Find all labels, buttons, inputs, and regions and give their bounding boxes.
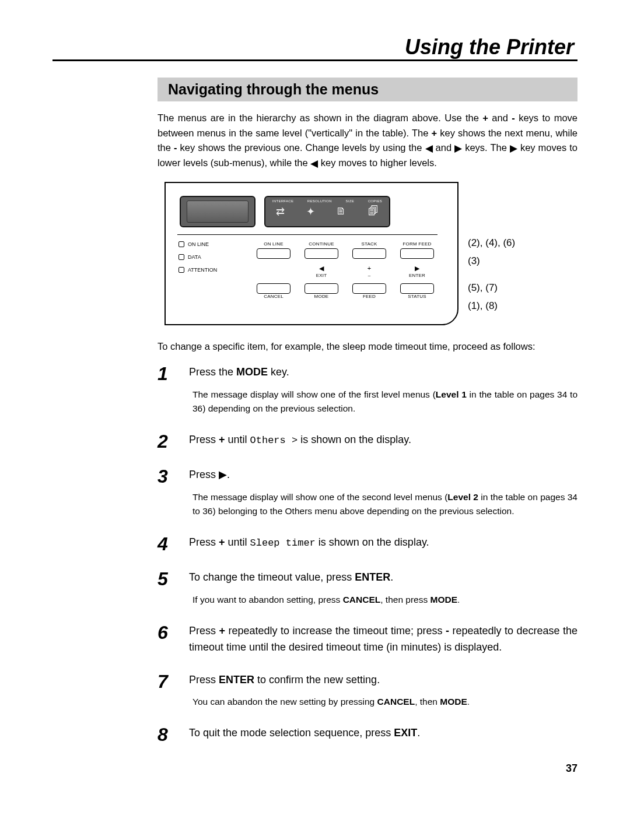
icon-label: RESOLUTION [307, 199, 332, 203]
key-name: MODE [236, 366, 268, 378]
text: until [225, 536, 250, 548]
step-sub: You can abandon the new setting by press… [189, 695, 578, 709]
text: . [390, 571, 393, 583]
text: keys. The [462, 142, 510, 153]
step-number: 4 [158, 535, 175, 553]
key-name: EXIT [394, 727, 417, 739]
interface-icon: ⇄ [276, 205, 285, 218]
step-head: Press + until Others > is shown on the d… [189, 432, 578, 448]
led-label: ON LINE [188, 241, 209, 247]
text: Press the [189, 366, 236, 378]
step-item: 3 Press ▶. The message display will show… [158, 467, 578, 518]
button-label: – [349, 273, 390, 278]
section-heading: Navigating through the menus [158, 78, 578, 101]
text: To change the timeout value, press [189, 571, 355, 583]
text: key. [268, 366, 289, 378]
text: to confirm the new setting. [254, 674, 380, 686]
button-label: FORM FEED [397, 241, 438, 247]
led-indicator [178, 267, 184, 273]
lead-sentence: To change a specific item, for example, … [158, 339, 578, 354]
step-item: 4 Press + until Sleep timer is shown on … [158, 535, 578, 553]
text: . [457, 595, 460, 604]
panel-button [304, 248, 338, 259]
button-label: CANCEL [253, 294, 294, 299]
step-head: To quit the mode selection sequence, pre… [189, 725, 578, 741]
step-head: Press ▶. [189, 467, 578, 483]
text: The message display will show one of the… [192, 389, 436, 399]
display-text: Others > [250, 435, 298, 446]
text: Press [189, 469, 219, 480]
led-indicator [178, 241, 184, 247]
plus-key: + [219, 536, 225, 548]
lcd-inner [187, 201, 249, 223]
plus-icon: + [368, 265, 371, 272]
step-number: 7 [158, 672, 175, 709]
led-column: ON LINE DATA ATTENTION [173, 234, 250, 273]
panel-button [257, 248, 290, 259]
left-arrow-icon: ◀ [319, 265, 324, 272]
step-item: 8 To quit the mode selection sequence, p… [158, 725, 578, 744]
icon-label: COPIES [368, 199, 382, 203]
text: The menus are in the hierarchy as shown … [158, 113, 482, 123]
status-icon-row: INTERFACE RESOLUTION SIZE COPIES ⇄ ✦ 🗎 🗐 [264, 196, 390, 227]
step-item: 5 To change the timeout value, press ENT… [158, 570, 578, 607]
panel-button [257, 283, 290, 294]
right-triangle-icon: ▶ [510, 141, 517, 156]
step-head: To change the timeout value, press ENTER… [189, 570, 578, 586]
plus-key: + [219, 625, 225, 637]
button-label: EXIT [301, 273, 342, 278]
resolution-icon: ✦ [306, 205, 315, 218]
text: The message display will show one of the… [192, 492, 447, 502]
button-label: ENTER [397, 273, 438, 278]
led-label: DATA [188, 254, 201, 260]
text: Press [189, 536, 219, 548]
callout: (3) [468, 254, 515, 269]
key-name: MODE [430, 595, 458, 604]
led-label: ATTENTION [188, 267, 217, 273]
step-item: 2 Press + until Others > is shown on the… [158, 432, 578, 451]
button-label: ON LINE [253, 241, 294, 247]
right-triangle-icon: ▶ [454, 141, 462, 156]
plus-key: + [482, 113, 488, 123]
document-page: Using the Printer Navigating through the… [0, 0, 630, 798]
text: until [225, 434, 250, 445]
lcd-display [180, 196, 256, 227]
button-label: STATUS [397, 294, 438, 299]
text: Press [189, 434, 219, 445]
copies-icon: 🗐 [368, 205, 379, 218]
left-triangle-icon: ◀ [425, 141, 433, 156]
plus-key: + [219, 434, 225, 445]
step-sub: The message display will show one of the… [189, 388, 578, 416]
button-grid: ON LINE CONTINUE STACK FORM FEED ◀EXIT +… [253, 241, 438, 304]
key-name: CANCEL [377, 697, 415, 707]
button-label: MODE [301, 294, 342, 299]
step-item: 6 Press + repeatedly to increase the tim… [158, 623, 578, 656]
text: and [488, 113, 512, 123]
step-number: 2 [158, 432, 175, 451]
text: is shown on the display. [298, 434, 411, 445]
callout: (1), (8) [468, 298, 515, 314]
step-head: Press + until Sleep timer is shown on th… [189, 535, 578, 551]
printer-control-panel: INTERFACE RESOLUTION SIZE COPIES ⇄ ✦ 🗎 🗐… [164, 182, 459, 325]
text: Press [189, 625, 219, 637]
callout: (5), (7) [468, 280, 515, 296]
right-arrow-icon: ▶ [415, 265, 419, 272]
step-number: 1 [158, 364, 175, 416]
icon-label: SIZE [345, 199, 354, 203]
content-column: Navigating through the menus The menus a… [158, 78, 578, 775]
button-label: CONTINUE [301, 241, 342, 247]
step-number: 3 [158, 467, 175, 518]
right-triangle-icon: ▶ [219, 469, 227, 480]
text: , then [415, 697, 440, 707]
text: . [467, 697, 470, 707]
text: key shows the previous one. Change level… [177, 142, 425, 153]
steps-list: 1 Press the MODE key. The message displa… [158, 364, 578, 744]
step-number: 8 [158, 725, 175, 744]
intro-paragraph: The menus are in the hierarchy as shown … [158, 111, 578, 170]
button-label: FEED [349, 294, 390, 299]
step-sub: If you want to abandon setting, press CA… [189, 593, 578, 607]
callout: (2), (4), (6) [468, 236, 515, 251]
step-number: 5 [158, 570, 175, 607]
text: and [433, 142, 455, 153]
page-number: 37 [158, 762, 578, 775]
